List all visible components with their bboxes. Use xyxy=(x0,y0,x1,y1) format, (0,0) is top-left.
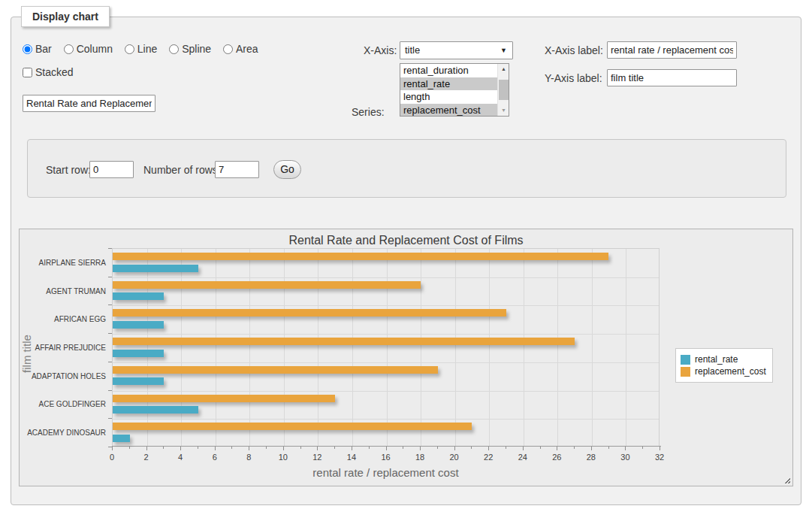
radio-line[interactable]: Line xyxy=(125,43,157,55)
x-tick-mark xyxy=(471,447,472,449)
radio-line-label: Line xyxy=(137,43,157,55)
gridline-vertical xyxy=(147,249,148,446)
x-tick-label: 4 xyxy=(178,453,183,462)
radio-bar[interactable]: Bar xyxy=(23,43,52,55)
gridline-vertical xyxy=(489,249,490,446)
x-tick-mark xyxy=(454,447,455,450)
x-tick-mark xyxy=(540,447,541,449)
y-tick-mark xyxy=(108,447,112,447)
series-option[interactable]: replacement_cost xyxy=(400,104,497,117)
series-scrollbar[interactable]: ▲ ▼ xyxy=(497,64,509,116)
go-button[interactable]: Go xyxy=(273,160,301,179)
x-tick-mark xyxy=(198,447,198,449)
x-tick-mark xyxy=(146,447,147,450)
series-option[interactable]: length xyxy=(400,90,497,104)
start-row-input[interactable] xyxy=(89,161,134,178)
y-tick-label: AGENT TRUMAN xyxy=(22,287,106,295)
x-tick-mark xyxy=(642,447,643,449)
scroll-up-icon[interactable]: ▲ xyxy=(498,64,509,74)
xaxis-select-value: title xyxy=(405,44,420,56)
resize-handle-icon[interactable] xyxy=(783,476,790,483)
gridline-horizontal xyxy=(113,334,659,335)
y-tick-mark xyxy=(108,418,112,419)
gridline-vertical xyxy=(284,249,285,446)
radio-spline-input[interactable] xyxy=(169,44,179,54)
x-tick-label: 10 xyxy=(279,453,288,462)
gridline-vertical xyxy=(592,249,593,446)
x-tick-mark xyxy=(231,447,232,449)
y-tick-label: ACE GOLDFINGER xyxy=(22,400,106,408)
stacked-checkbox-row: Stacked xyxy=(23,66,74,78)
series-option[interactable]: rental_rate xyxy=(400,77,497,91)
gridline-vertical xyxy=(455,249,456,446)
radio-bar-input[interactable] xyxy=(23,44,32,54)
gridline-vertical xyxy=(216,249,216,446)
gridline-horizontal xyxy=(113,277,659,278)
x-tick-label: 12 xyxy=(312,453,321,462)
radio-bar-label: Bar xyxy=(35,43,52,55)
x-tick-mark xyxy=(283,447,284,450)
num-rows-label: Number of rows: xyxy=(143,164,221,176)
chart-title-input[interactable] xyxy=(23,95,155,112)
x-tick-label: 26 xyxy=(552,453,561,462)
y-tick-mark xyxy=(108,333,112,334)
radio-area-label: Area xyxy=(236,43,258,55)
radio-column-label: Column xyxy=(77,43,113,55)
x-tick-label: 24 xyxy=(518,453,527,462)
chart-legend: rental_ratereplacement_cost xyxy=(675,348,773,383)
x-tick-label: 6 xyxy=(213,453,217,462)
gridline-horizontal xyxy=(113,362,659,363)
bar-rental_rate xyxy=(113,265,198,272)
radio-line-input[interactable] xyxy=(125,44,134,54)
bar-rental_rate xyxy=(113,406,198,414)
yaxis-label-caption: Y-Axis label: xyxy=(545,72,602,84)
y-tick-mark xyxy=(108,390,112,391)
start-row-label: Start row: xyxy=(46,164,91,176)
gridline-vertical xyxy=(387,249,388,446)
radio-spline[interactable]: Spline xyxy=(169,43,211,55)
y-tick-label: AFRICAN EGG xyxy=(22,315,106,323)
x-tick-mark xyxy=(180,447,181,450)
x-tick-mark xyxy=(625,447,626,450)
chart-title: Rental Rate and Replacement Cost of Film… xyxy=(20,234,792,247)
scrollbar-thumb[interactable] xyxy=(499,80,509,100)
radio-column-input[interactable] xyxy=(64,44,74,54)
xaxis-select[interactable]: title ▼ xyxy=(400,41,513,59)
bar-rental_rate xyxy=(113,377,164,385)
bar-replacement_cost xyxy=(113,338,575,345)
xaxis-label-input[interactable] xyxy=(607,41,737,59)
page: Display chart Bar Column Line Spline Are… xyxy=(0,0,812,512)
radio-column[interactable]: Column xyxy=(64,43,113,55)
series-listbox[interactable]: rental_durationrental_ratelengthreplacem… xyxy=(400,63,509,117)
scroll-down-icon[interactable]: ▼ xyxy=(498,105,509,116)
radio-area[interactable]: Area xyxy=(223,43,258,55)
gridline-vertical xyxy=(318,249,318,446)
xaxis-label-caption: X-Axis label: xyxy=(545,44,603,56)
x-tick-label: 2 xyxy=(144,453,149,462)
x-tick-mark xyxy=(437,447,438,449)
x-tick-mark xyxy=(420,447,421,450)
yaxis-label-input[interactable] xyxy=(607,69,737,86)
y-tick-mark xyxy=(108,277,112,277)
x-tick-mark xyxy=(266,447,267,449)
x-tick-mark xyxy=(249,447,249,450)
stacked-checkbox-label-wrap[interactable]: Stacked xyxy=(23,66,74,78)
legend-item: rental_rate xyxy=(681,354,766,365)
gridline-vertical xyxy=(352,249,353,446)
gridline-horizontal xyxy=(113,391,659,392)
bar-replacement_cost xyxy=(113,309,506,317)
x-axis-line xyxy=(112,446,661,447)
bar-rental_rate xyxy=(113,350,164,357)
series-option[interactable]: rental_duration xyxy=(400,64,497,77)
x-tick-label: 30 xyxy=(620,453,629,462)
x-tick-label: 18 xyxy=(415,453,424,462)
x-tick-mark xyxy=(557,447,557,450)
gridline-vertical xyxy=(626,249,626,446)
x-tick-mark xyxy=(523,447,524,450)
num-rows-input[interactable] xyxy=(215,161,259,178)
x-tick-label: 20 xyxy=(450,453,459,462)
gridline-horizontal xyxy=(113,419,659,420)
radio-area-input[interactable] xyxy=(223,44,233,54)
x-tick-label: 16 xyxy=(381,453,390,462)
stacked-checkbox[interactable] xyxy=(23,68,32,77)
